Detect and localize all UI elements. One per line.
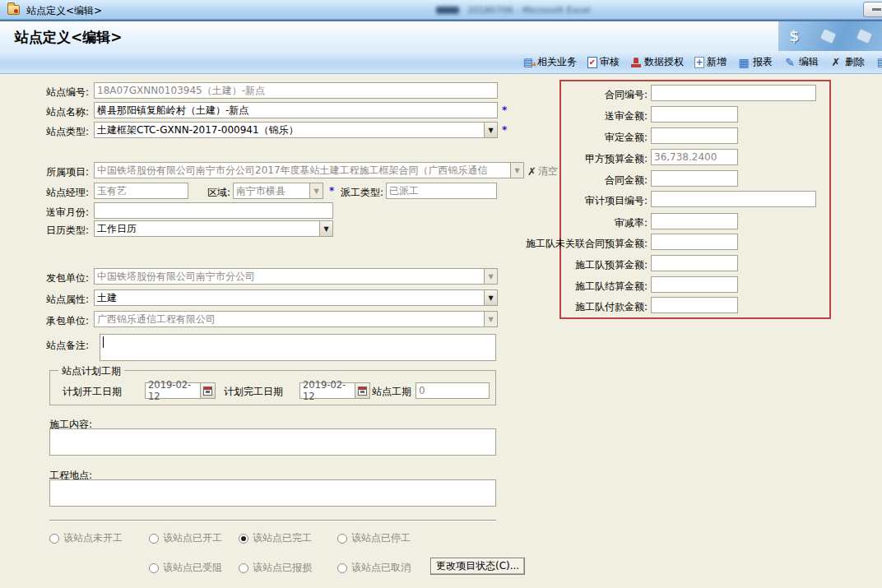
keyboard-key-graphic bbox=[819, 28, 837, 44]
plan-end-date-field[interactable]: 2019-02-12 bbox=[299, 382, 370, 399]
review-month-input[interactable] bbox=[94, 202, 333, 219]
calendar-type-dropdown[interactable]: 工作日历 ▼ bbox=[94, 220, 333, 237]
site-remark-textarea[interactable] bbox=[100, 334, 496, 361]
contract-unit-dropdown: 广西锦乐通信工程有限公司 ▼ bbox=[94, 311, 498, 327]
window-titlebar: 站点定义<编辑> 20180706 - Microsoft Excel bbox=[0, 0, 882, 20]
site-name-label: 站点名称: bbox=[20, 105, 89, 119]
crew-payment-input[interactable] bbox=[651, 297, 738, 313]
calendar-picker-button[interactable] bbox=[200, 383, 215, 398]
add-new-button[interactable]: + 新增 bbox=[694, 55, 726, 69]
site-remark-label: 站点备注: bbox=[20, 339, 89, 353]
site-code-input bbox=[94, 82, 498, 99]
data-authorization-button[interactable]: 数据授权 bbox=[630, 55, 684, 69]
chevron-down-icon[interactable]: ▼ bbox=[484, 290, 497, 305]
radio-circle-icon bbox=[337, 563, 347, 573]
radio-circle-icon bbox=[239, 534, 248, 544]
region-label: 区域: bbox=[197, 186, 230, 200]
report-button[interactable]: ▦ 报表 bbox=[737, 55, 773, 69]
divider bbox=[49, 520, 496, 521]
app-icon bbox=[7, 5, 20, 15]
issuing-unit-label: 发包单位: bbox=[20, 271, 89, 285]
crew-settlement-input[interactable] bbox=[651, 276, 738, 293]
related-business-button[interactable]: ▤ 相关业务 bbox=[522, 55, 577, 69]
contract-amount-label: 合同金额: bbox=[499, 174, 648, 188]
blurred-background-window-title: 20180706 - Microsoft Excel bbox=[436, 5, 591, 16]
site-type-dropdown[interactable]: 土建框架CTC-GXNN-2017-000941（锦乐） ▼ bbox=[94, 122, 498, 138]
plan-duration-input bbox=[415, 382, 490, 399]
radio-circle-icon bbox=[239, 563, 248, 573]
blurred-text-block bbox=[436, 7, 459, 14]
crew-payment-label: 施工队付款金额: bbox=[499, 300, 648, 314]
radio-site-cancelled: 该站点已取消 bbox=[337, 561, 411, 575]
crew-settlement-label: 施工队结算金额: bbox=[499, 280, 648, 294]
keyboard-key-graphic bbox=[856, 28, 873, 44]
related-business-icon: ▤ bbox=[522, 56, 535, 69]
minimize-button[interactable] bbox=[863, 2, 882, 17]
site-manager-input bbox=[94, 183, 188, 199]
site-type-label: 站点类型: bbox=[20, 125, 89, 139]
calendar-type-label: 日历类型: bbox=[20, 224, 89, 238]
toolbar: ▤ 相关业务 ✔ 审核 数据授权 + 新增 ▦ 报表 ✎ 编辑 ✗ 删除 ▤ bbox=[0, 51, 882, 74]
contract-amount-input[interactable] bbox=[651, 170, 738, 187]
contract-number-label: 合同编号: bbox=[499, 88, 648, 102]
plan-start-label: 计划开工日期 bbox=[63, 385, 122, 399]
radio-site-stopped: 该站点已停工 bbox=[337, 531, 411, 545]
edit-pencil-icon: ✎ bbox=[783, 56, 796, 69]
delete-x-icon: ✗ bbox=[829, 56, 843, 69]
radio-circle-icon bbox=[49, 534, 59, 544]
calendar-picker-button[interactable] bbox=[355, 383, 369, 398]
radio-site-blocked: 该站点已受阻 bbox=[149, 561, 222, 575]
region-dropdown: 南宁市横县 ▼ bbox=[233, 183, 323, 199]
change-project-status-button[interactable]: 更改项目状态(C)... bbox=[430, 558, 525, 575]
chevron-down-icon: ▼ bbox=[484, 269, 497, 284]
site-definition-window: 站点定义<编辑> 20180706 - Microsoft Excel 站点定义… bbox=[0, 0, 882, 588]
construction-content-textarea[interactable] bbox=[49, 428, 496, 456]
audit-project-number-input[interactable] bbox=[651, 191, 816, 207]
project-dropdown: 中国铁塔股份有限公司南宁市分公司2017年度基站土建工程施工框架合同（广西锦乐通… bbox=[94, 162, 524, 178]
edit-button[interactable]: ✎ 编辑 bbox=[783, 55, 819, 69]
party-a-budget-label: 甲方预算金额: bbox=[499, 152, 648, 166]
delete-button[interactable]: ✗ 删除 bbox=[829, 55, 865, 69]
window-title: 站点定义<编辑> bbox=[26, 4, 102, 18]
chevron-down-icon[interactable]: ▼ bbox=[319, 221, 332, 236]
approved-amount-label: 审定金额: bbox=[499, 131, 648, 145]
chevron-down-icon: ▼ bbox=[309, 183, 323, 198]
dispatch-type-label: 派工类型: bbox=[334, 186, 383, 200]
project-location-textarea[interactable] bbox=[49, 479, 496, 507]
site-attribute-dropdown[interactable]: 土建 ▼ bbox=[94, 289, 498, 306]
plan-end-label: 计划完工日期 bbox=[224, 385, 283, 399]
plan-start-date-field[interactable]: 2019-02-12 bbox=[145, 382, 216, 399]
site-code-label: 站点编号: bbox=[20, 86, 89, 100]
project-label: 所属项目: bbox=[20, 165, 89, 179]
stamp-icon bbox=[630, 57, 642, 68]
radio-site-not-started: 该站点未开工 bbox=[49, 531, 123, 545]
text-caret bbox=[103, 336, 104, 348]
audit-button[interactable]: ✔ 审核 bbox=[587, 55, 620, 69]
page-header bbox=[0, 21, 882, 51]
dispatch-type-input bbox=[386, 183, 497, 199]
audit-check-icon: ✔ bbox=[587, 57, 597, 68]
radio-circle-icon bbox=[149, 534, 159, 544]
submitted-amount-input[interactable] bbox=[651, 106, 738, 123]
party-a-budget-input bbox=[651, 149, 738, 165]
page-title: 站点定义<编辑> bbox=[15, 28, 123, 47]
report-grid-icon: ▦ bbox=[737, 56, 750, 69]
crew-budget-label: 施工队预算金额: bbox=[499, 258, 648, 272]
calendar-icon bbox=[358, 387, 367, 396]
review-month-label: 送审月份: bbox=[20, 206, 89, 220]
approved-amount-input[interactable] bbox=[651, 127, 738, 144]
audit-reduction-rate-input[interactable] bbox=[651, 213, 738, 229]
planned-period-title: 站点计划工期 bbox=[58, 364, 124, 378]
site-manager-label: 站点经理: bbox=[20, 186, 89, 200]
chevron-down-icon[interactable]: ▼ bbox=[484, 123, 497, 137]
issuing-unit-dropdown: 中国铁塔股份有限公司南宁市分公司 ▼ bbox=[94, 268, 498, 285]
audit-project-number-label: 审计项目编号: bbox=[499, 194, 648, 208]
crew-unlinked-budget-input[interactable] bbox=[651, 234, 738, 250]
contract-unit-label: 承包单位: bbox=[20, 314, 89, 328]
audit-reduction-rate-label: 审减率: bbox=[499, 216, 648, 230]
radio-site-completed: 该站点已完工 bbox=[239, 531, 312, 545]
radio-circle-icon bbox=[337, 534, 347, 544]
site-name-input[interactable] bbox=[94, 102, 498, 118]
crew-budget-input[interactable] bbox=[651, 255, 738, 271]
contract-number-input[interactable] bbox=[651, 85, 816, 101]
